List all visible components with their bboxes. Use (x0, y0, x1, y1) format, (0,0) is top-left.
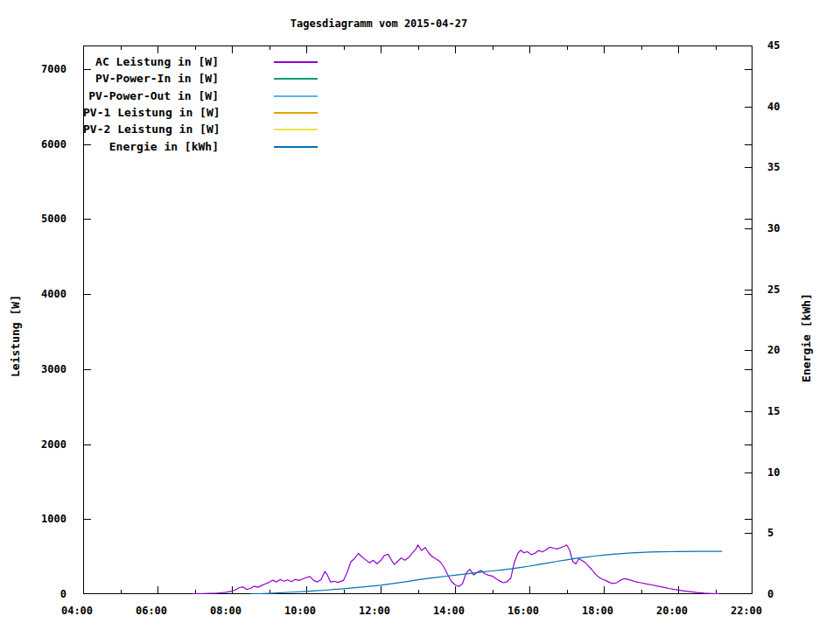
legend-row: PV-Power-In in [W] (83, 71, 337, 87)
x-axis-tick-label: 10:00 (284, 605, 316, 617)
legend-color-sample (274, 78, 318, 80)
x-axis-tick-label: 16:00 (508, 605, 539, 617)
legend-label: PV-1 Leistung in [W] (83, 105, 219, 121)
y-axis-right-tick-label: 15 (767, 405, 780, 417)
legend-label: PV-Power-In in [W] (83, 71, 219, 87)
legend-row: PV-2 Leistung in [W] (83, 122, 337, 137)
legend-color-sample (274, 95, 318, 97)
y-axis-left-tick-label: 4000 (7, 288, 66, 300)
legend-row: PV-Power-Out in [W] (83, 88, 337, 104)
chart-canvas: Tagesdiagramm vom 2015-04-27 Leistung [W… (0, 0, 840, 630)
x-axis-tick-label: 08:00 (210, 605, 242, 617)
y-axis-right-tick-label: 25 (767, 284, 780, 296)
x-axis-tick-label: 22:00 (731, 605, 762, 617)
y-axis-right-tick-label: 45 (767, 39, 780, 52)
y-axis-left-tick-label: 1000 (7, 513, 66, 525)
x-axis-tick-label: 18:00 (582, 605, 613, 617)
plot-area: AC Leistung in [W]PV-Power-In in [W]PV-P… (83, 46, 752, 594)
x-axis-tick-label: 20:00 (656, 605, 688, 617)
legend-label: AC Leistung in [W] (83, 54, 219, 70)
legend-row: AC Leistung in [W] (83, 54, 337, 70)
legend-color-sample (274, 61, 318, 63)
x-axis-tick-label: 04:00 (61, 605, 93, 617)
chart-title: Tagesdiagramm vom 2015-04-27 (290, 18, 467, 30)
x-axis-tick-label: 06:00 (136, 605, 167, 617)
y-axis-right-tick-label: 30 (767, 222, 780, 234)
y-axis-right-tick-label: 5 (767, 527, 774, 539)
legend-label: Energie in [kWh] (83, 139, 219, 155)
y-axis-left-tick-label: 2000 (7, 438, 66, 451)
legend-color-sample (274, 112, 318, 114)
legend-row: PV-1 Leistung in [W] (83, 105, 337, 121)
x-axis-tick-label: 12:00 (359, 605, 390, 617)
y-axis-right-title: Energie [kWh] (800, 293, 813, 382)
legend-color-sample (274, 129, 318, 130)
legend-color-sample (274, 146, 318, 148)
y-axis-right-tick-label: 0 (767, 588, 774, 600)
y-axis-right-tick-label: 35 (767, 161, 780, 173)
y-axis-left-tick-label: 7000 (7, 63, 66, 75)
x-axis-tick-label: 14:00 (433, 605, 465, 617)
legend-label: PV-Power-Out in [W] (83, 88, 219, 104)
y-axis-left-tick-label: 6000 (7, 138, 66, 150)
y-axis-left-tick-label: 5000 (7, 213, 66, 225)
series-line-energie (250, 551, 721, 594)
y-axis-right-tick-label: 40 (767, 101, 780, 113)
y-axis-right-tick-label: 10 (767, 466, 780, 479)
y-axis-right-tick-label: 20 (767, 344, 780, 356)
y-axis-left-tick-label: 3000 (7, 363, 66, 375)
legend-label: PV-2 Leistung in [W] (83, 122, 219, 137)
legend-row: Energie in [kWh] (83, 139, 337, 155)
y-axis-left-tick-label: 0 (7, 588, 66, 600)
